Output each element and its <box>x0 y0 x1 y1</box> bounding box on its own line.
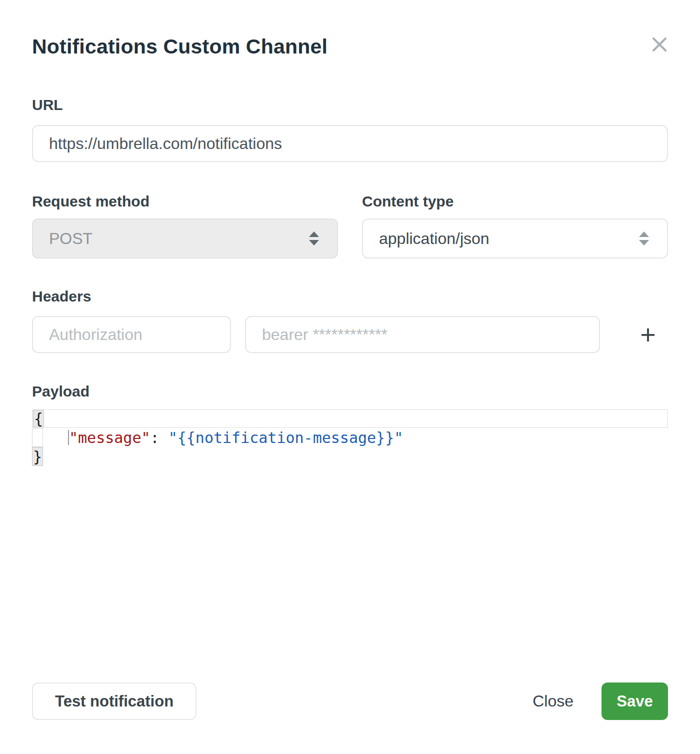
gutter-box <box>32 428 43 447</box>
payload-key: "message" <box>69 429 150 446</box>
add-header-button[interactable]: + <box>635 322 661 348</box>
header-value-input[interactable] <box>245 316 600 353</box>
request-method-label: Request method <box>32 194 338 209</box>
headers-section: Headers + <box>32 289 668 353</box>
payload-colon: : <box>150 429 168 446</box>
header-row: + <box>32 316 668 353</box>
url-input[interactable] <box>32 125 668 162</box>
close-brace: } <box>32 447 43 466</box>
content-type-field: Content type application/json <box>362 194 668 258</box>
dialog-header: Notifications Custom Channel <box>32 0 668 59</box>
payload-label: Payload <box>32 384 668 399</box>
save-button[interactable]: Save <box>602 682 668 720</box>
payload-line-2: "message": "{{notification-message}}" <box>32 428 668 447</box>
indent <box>43 428 68 447</box>
request-method-select[interactable]: POST <box>32 218 338 258</box>
close-icon <box>651 36 668 53</box>
notifications-custom-channel-dialog: Notifications Custom Channel URL Request… <box>0 0 700 754</box>
header-name-input[interactable] <box>32 316 231 353</box>
url-label: URL <box>32 98 668 112</box>
payload-line-3: } <box>32 447 668 466</box>
select-arrows-icon <box>639 232 649 246</box>
content-type-label: Content type <box>362 194 668 209</box>
close-button[interactable]: Close <box>532 692 574 710</box>
test-notification-button[interactable]: Test notification <box>32 682 196 720</box>
payload-section: Payload { "message": "{{notification-mes… <box>32 384 668 466</box>
url-field: URL <box>32 98 668 162</box>
dialog-footer: Test notification Close Save <box>32 682 668 720</box>
headers-label: Headers <box>32 289 668 304</box>
open-brace: { <box>33 410 44 427</box>
payload-value: "{{notification-message}}" <box>168 429 404 446</box>
request-method-value: POST <box>49 230 92 248</box>
plus-icon: + <box>640 322 656 348</box>
close-dialog-button[interactable] <box>648 33 671 56</box>
page-title: Notifications Custom Channel <box>32 34 668 59</box>
payload-editor[interactable]: { "message": "{{notification-message}}" … <box>32 409 668 466</box>
content-type-select[interactable]: application/json <box>362 218 668 258</box>
payload-line-1: { <box>32 409 668 428</box>
method-contenttype-row: Request method POST Content type applica… <box>32 194 668 258</box>
select-arrows-icon <box>309 232 319 246</box>
content-type-value: application/json <box>379 230 490 248</box>
request-method-field: Request method POST <box>32 194 338 258</box>
